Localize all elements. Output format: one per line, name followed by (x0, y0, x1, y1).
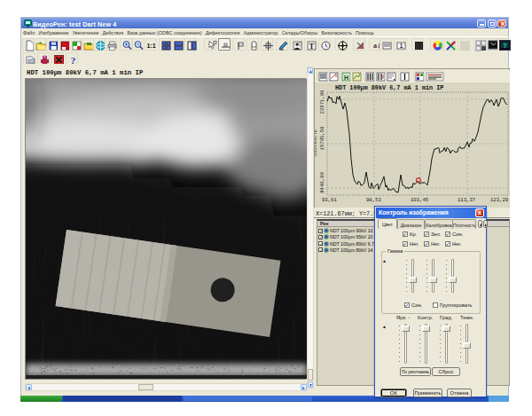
svg-text:98,53: 98,53 (366, 197, 381, 203)
svg-text:Плотность: Плотность (315, 130, 318, 156)
svg-text:93,61: 93,61 (322, 197, 337, 203)
svg-text:HDT 100µm 80kV 6,7 mA 1 min IP: HDT 100µm 80kV 6,7 mA 1 min IP (335, 84, 443, 91)
svg-text:1: 1 (399, 43, 403, 49)
svg-text:113,37: 113,37 (458, 197, 475, 203)
svg-text:a: a (373, 42, 377, 50)
svg-text:22971,00: 22971,00 (319, 90, 325, 114)
svg-text:123,29: 123,29 (490, 197, 508, 203)
svg-text:103,45: 103,45 (411, 197, 428, 203)
svg-text:15705,50: 15705,50 (319, 126, 325, 150)
svg-text:T: T (309, 42, 314, 50)
svg-text:8440,00: 8440,00 (319, 172, 325, 193)
svg-text:?: ? (503, 43, 506, 49)
svg-text:1:1: 1:1 (146, 43, 155, 49)
svg-text:H: H (343, 74, 348, 80)
